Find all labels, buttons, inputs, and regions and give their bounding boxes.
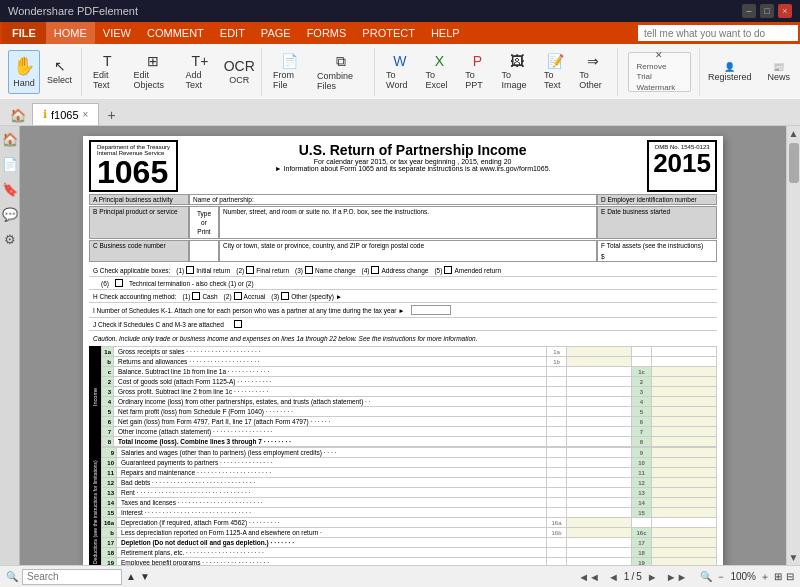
fit-width-button[interactable]: ⊞ (774, 571, 782, 582)
add-tab-button[interactable]: + (101, 105, 121, 125)
cash-checkbox[interactable] (192, 292, 200, 300)
edit-objects-button[interactable]: ⊞ Edit Objects (128, 50, 178, 94)
row-val2-2[interactable] (652, 377, 717, 387)
forms-menu[interactable]: FORMS (299, 22, 355, 44)
row-val-1b[interactable] (567, 357, 632, 367)
name-change-checkbox[interactable] (305, 266, 313, 274)
address-change-checkbox[interactable] (371, 266, 379, 274)
row-val2-5[interactable] (652, 407, 717, 417)
row-ref2-2: 2 (632, 377, 652, 387)
next-page-button[interactable]: ► (644, 570, 661, 584)
ocr-button[interactable]: OCR OCR (221, 50, 257, 94)
search-input[interactable] (638, 25, 798, 41)
row-val-16a[interactable] (567, 518, 632, 528)
row-val2-7[interactable] (652, 427, 717, 437)
row-val2-3[interactable] (652, 387, 717, 397)
help-menu[interactable]: HELP (423, 22, 468, 44)
news-button[interactable]: 📰 News (761, 60, 796, 84)
comment-menu[interactable]: COMMENT (139, 22, 212, 44)
to-ppt-button[interactable]: P To PPT (460, 50, 494, 94)
scroll-thumb[interactable] (789, 143, 799, 183)
file-menu[interactable]: FILE (2, 22, 46, 44)
prev-page-button[interactable]: ◄ (605, 570, 622, 584)
protect-menu[interactable]: PROTECT (354, 22, 423, 44)
minimize-button[interactable]: – (742, 4, 756, 18)
title-bar-text: Wondershare PDFelement (8, 5, 138, 17)
row-val2-15[interactable] (652, 508, 717, 518)
status-search-input[interactable] (22, 569, 122, 585)
zoom-in-button[interactable]: ＋ (760, 570, 770, 584)
news-icon: 📰 (767, 62, 790, 72)
row-val2-4[interactable] (652, 397, 717, 407)
zoom-out-button[interactable]: － (716, 570, 726, 584)
row-val2-8[interactable] (652, 437, 717, 447)
remove-watermark-button[interactable]: ✕ RemoveTrial Watermark (628, 52, 691, 92)
to-word-button[interactable]: W To Word (381, 50, 418, 94)
address-field[interactable]: Number, street, and room or suite no. If… (219, 206, 597, 239)
close-button[interactable]: × (778, 4, 792, 18)
to-other-button[interactable]: ⇒ To Other (574, 50, 612, 94)
last-page-button[interactable]: ►► (663, 570, 691, 584)
scroll-down-button[interactable]: ▼ (787, 550, 800, 565)
technical-term-checkbox[interactable] (115, 279, 123, 287)
row-val-16b[interactable] (567, 528, 632, 538)
city-field[interactable]: City or town, state or province, country… (219, 240, 597, 262)
type-print-text: Type or Print (197, 209, 211, 236)
row-val2-19[interactable] (652, 558, 717, 565)
select-tool-button[interactable]: ↖ Select (42, 50, 77, 94)
from-file-button[interactable]: 📄 From File (268, 50, 310, 94)
row-val2-13[interactable] (652, 488, 717, 498)
view-menu[interactable]: VIEW (95, 22, 139, 44)
row-val2-11[interactable] (652, 468, 717, 478)
scroll-up-button[interactable]: ▲ (787, 126, 800, 141)
add-text-button[interactable]: T+ Add Text (181, 50, 220, 94)
fit-page-button[interactable]: ⊟ (786, 571, 794, 582)
home-menu[interactable]: HOME (46, 22, 95, 44)
schedules-k1-input[interactable] (411, 305, 451, 315)
schedules-c-m3-checkbox[interactable] (234, 320, 242, 328)
sidebar-home-icon[interactable]: 🏠 (0, 130, 20, 149)
home-tab-icon[interactable]: 🏠 (8, 106, 28, 125)
row-val2-17[interactable] (652, 538, 717, 548)
row-val2-12[interactable] (652, 478, 717, 488)
registered-button[interactable]: 👤 Registered (702, 60, 758, 84)
search-up-icon[interactable]: ▲ (126, 571, 136, 582)
row-val-1a[interactable] (567, 347, 632, 357)
row-val2-18[interactable] (652, 548, 717, 558)
sidebar-bookmarks-icon[interactable]: 🔖 (0, 180, 20, 199)
edit-menu[interactable]: EDIT (212, 22, 253, 44)
other-accounting-checkbox[interactable] (281, 292, 289, 300)
row-val2-6[interactable] (652, 417, 717, 427)
row-val-4 (567, 397, 632, 407)
row-label-10: Guaranteed payments to partners · · · · … (117, 458, 547, 468)
check-6-label: (6) (93, 280, 109, 287)
tab-close-button[interactable]: × (83, 109, 89, 120)
initial-return-checkbox[interactable] (186, 266, 194, 274)
row-val2-10[interactable] (652, 458, 717, 468)
search-down-icon[interactable]: ▼ (140, 571, 150, 582)
amended-return-checkbox[interactable] (444, 266, 452, 274)
accrual-checkbox[interactable] (234, 292, 242, 300)
first-page-button[interactable]: ◄◄ (575, 570, 603, 584)
sidebar-pages-icon[interactable]: 📄 (0, 155, 20, 174)
combine-files-button[interactable]: ⧉ Combine Files (312, 50, 370, 94)
sidebar-settings-icon[interactable]: ⚙ (2, 230, 18, 249)
edit-text-button[interactable]: T Edit Text (88, 50, 126, 94)
row-val2-9[interactable] (652, 448, 717, 458)
maximize-button[interactable]: □ (760, 4, 774, 18)
sidebar-comments-icon[interactable]: 💬 (0, 205, 20, 224)
row-val2-16c[interactable] (652, 528, 717, 538)
check-g2-row: (6)Technical termination - also check (1… (89, 277, 717, 290)
page-menu[interactable]: PAGE (253, 22, 299, 44)
to-excel-button[interactable]: X To Excel (420, 50, 458, 94)
tab-bar: 🏠 ℹ f1065 × + (0, 100, 800, 126)
to-image-button[interactable]: 🖼 To Image (497, 50, 537, 94)
label-d: D Employer identification number (597, 194, 717, 205)
active-tab[interactable]: ℹ f1065 × (32, 103, 99, 125)
hand-tool-button[interactable]: ✋ Hand (8, 50, 40, 94)
row-val2-1c[interactable] (652, 367, 717, 377)
to-text-button[interactable]: 📝 To Text (539, 50, 572, 94)
final-return-checkbox[interactable] (246, 266, 254, 274)
row-val2-14[interactable] (652, 498, 717, 508)
name-of-partnership-field[interactable]: Name of partnership: (189, 194, 597, 205)
